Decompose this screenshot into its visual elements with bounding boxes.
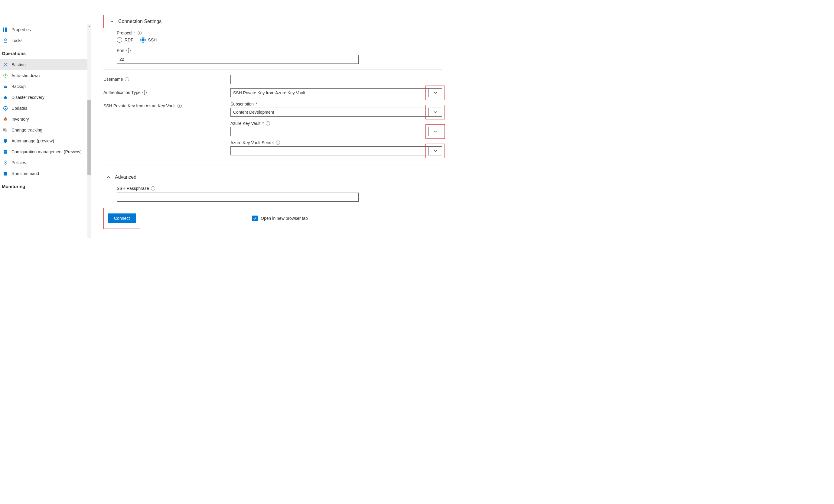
policies-icon [3,160,8,165]
svg-rect-3 [4,40,7,42]
svg-rect-10 [5,129,7,132]
sidebar-item-label: Change tracking [12,128,42,132]
radio-rdp[interactable]: RDP [117,37,134,43]
connect-highlight: Connect [104,208,140,229]
info-icon[interactable]: i [151,186,155,191]
svg-rect-16 [4,153,6,153]
chevron-up-icon [110,19,114,24]
svg-rect-14 [4,151,7,152]
required-asterisk: * [134,30,135,36]
sidebar-item-automanage[interactable]: Automanage (preview) [0,135,91,146]
connect-button[interactable]: Connect [108,214,136,223]
sidebar-item-locks[interactable]: Locks [0,35,91,46]
info-icon[interactable]: i [126,48,131,52]
scroll-up-arrow[interactable]: ▴ [87,24,91,28]
svg-rect-1 [5,27,6,32]
sidebar-item-policies[interactable]: Policies [0,157,91,168]
ssh-passphrase-block: SSH Passphrase i [117,186,442,202]
sidebar-item-updates[interactable]: Updates [0,103,91,114]
akv-dropdown[interactable] [231,127,442,136]
advanced-header[interactable]: Advanced [104,171,442,183]
disaster-icon [3,95,8,100]
info-icon[interactable]: i [266,121,270,126]
backup-icon [3,84,8,89]
auth-type-dropdown[interactable]: SSH Private Key from Azure Key Vault [231,88,442,97]
sidebar-item-change-tracking[interactable]: Change tracking [0,125,91,135]
akv-secret-label: Azure Key Vault Secret [231,140,274,145]
ssh-kv-label: SSH Private Key from Azure Key Vault [104,103,176,108]
chevron-down-icon [429,147,442,155]
username-label: Username [104,77,123,82]
config-icon [3,149,8,154]
sidebar-item-label: Run command [12,171,39,176]
radio-label: SSH [148,38,157,42]
svg-rect-11 [4,139,7,142]
updates-icon [3,106,8,111]
connection-settings-header[interactable]: Connection Settings [104,15,442,28]
info-icon[interactable]: i [142,90,147,95]
chevron-up-icon [106,175,111,179]
sidebar-item-properties[interactable]: Properties [0,24,91,35]
automanage-icon [3,138,8,143]
dropdown-value [231,150,236,152]
dropdown-value: SSH Private Key from Azure Key Vault [231,89,308,96]
sidebar-item-label: Automanage (preview) [12,138,54,143]
svg-rect-18 [4,172,7,175]
sidebar-item-label: Inventory [12,117,29,122]
sidebar-item-backup[interactable]: Backup [0,81,91,92]
checkbox-label: Open in new browser tab [261,216,308,221]
lock-icon [3,38,8,43]
checkbox-checked-icon [252,216,258,221]
sidebar-item-label: Auto-shutdown [12,73,40,78]
info-icon[interactable]: i [137,31,142,35]
section-title: Advanced [115,174,136,180]
sidebar-item-auto-shutdown[interactable]: Auto-shutdown [0,70,91,81]
svg-rect-15 [4,152,7,152]
ssh-passphrase-input[interactable] [117,193,359,202]
svg-rect-2 [6,27,7,32]
sidebar-item-config-management[interactable]: Configuration management (Preview) [0,146,91,157]
protocol-block: Protocol * i RDP SSH Port i [117,30,442,64]
sidebar-section-monitoring: Monitoring [0,179,91,191]
akv-label: Azure Key Vault [231,121,260,126]
radio-label: RDP [125,38,134,42]
subscription-dropdown[interactable]: Content Development [231,108,442,117]
info-icon[interactable]: i [177,104,182,108]
run-icon [3,171,8,176]
sidebar-item-label: Updates [12,106,27,111]
sidebar-item-disaster-recovery[interactable]: Disaster recovery [0,92,91,103]
section-title: Connection Settings [118,19,161,24]
sidebar-item-label: Bastion [12,62,26,67]
sidebar-item-label: Backup [12,84,26,89]
clock-icon [3,73,8,78]
svg-point-17 [5,162,6,163]
open-new-tab-checkbox[interactable]: Open in new browser tab [252,216,308,221]
sidebar-item-label: Policies [12,160,26,165]
akv-secret-dropdown[interactable] [231,146,442,155]
sidebar-item-label: Properties [12,27,31,32]
info-icon[interactable]: i [125,77,129,81]
port-input[interactable] [117,55,359,64]
sidebar-item-inventory[interactable]: Inventory [0,114,91,125]
sidebar-item-label: Configuration management (Preview) [12,149,82,154]
protocol-label: Protocol [117,30,132,36]
scrollbar-thumb[interactable] [87,100,91,175]
radio-unchecked-icon [117,37,122,43]
scrollbar[interactable]: ▴ ▾ [87,24,91,238]
svg-point-5 [4,86,7,88]
required-asterisk: * [262,121,264,126]
radio-ssh[interactable]: SSH [140,37,157,43]
svg-rect-19 [4,175,7,176]
sidebar: ▴ ▾ Properties Locks Operations Bastion … [0,0,91,238]
info-icon[interactable]: i [276,140,280,145]
change-icon [3,128,8,132]
dropdown-value: Content Development [231,109,277,116]
sidebar-item-bastion[interactable]: Bastion [0,59,91,70]
radio-checked-icon [140,37,146,43]
chevron-down-icon [429,89,442,97]
sidebar-item-run-command[interactable]: Run command [0,168,91,179]
username-input[interactable] [231,75,442,84]
bastion-icon [3,62,8,67]
subscription-label: Subscription [231,102,254,106]
svg-rect-0 [3,27,4,32]
